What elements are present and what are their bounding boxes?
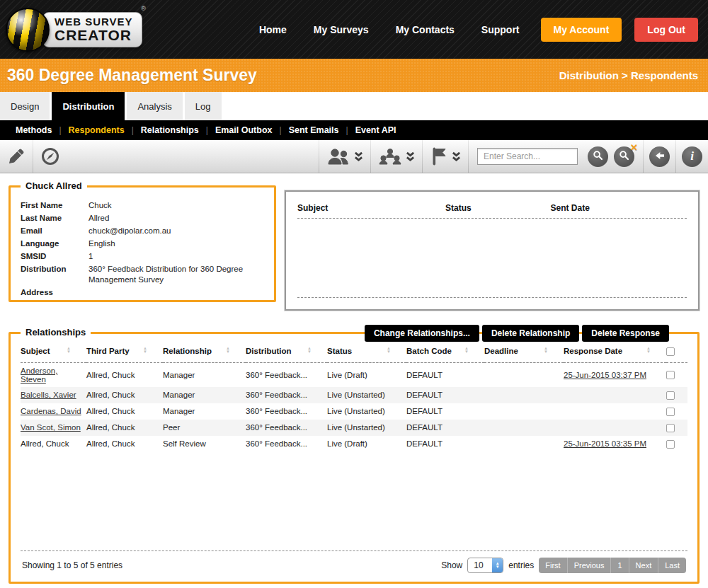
survey-tabbar: Design Distribution Analysis Log (0, 92, 708, 120)
response-date-link[interactable]: 25-Jun-2015 03:37 PM (564, 371, 646, 379)
page-title: 360 Degree Management Survey (7, 66, 257, 85)
back-arrow-icon (654, 150, 666, 163)
back-button[interactable] (649, 146, 670, 167)
subject-link[interactable]: Cardenas, David (21, 407, 81, 415)
third-party-cell: Allred, Chuck (86, 403, 163, 420)
subnav-methods[interactable]: Methods (8, 125, 59, 135)
select-all-checkbox[interactable] (666, 347, 675, 356)
sort-icon[interactable]: ▲▼ (464, 347, 469, 354)
nav-support[interactable]: Support (481, 24, 520, 35)
search-input[interactable] (477, 148, 578, 165)
logo-line2: CREATOR (55, 28, 133, 42)
sort-icon[interactable]: ▲▼ (544, 347, 548, 354)
third-party-cell: Allred, Chuck (86, 362, 163, 387)
col-header-deadline[interactable]: Deadline▲▼ (484, 344, 564, 362)
relationships-table: Subject▲▼ Third Party▲▼ Relationship▲▼ D… (21, 344, 687, 452)
distribution-cell: 360° Feedback... (246, 420, 327, 436)
row-checkbox[interactable] (666, 371, 675, 379)
pagination-page-1[interactable]: 1 (611, 558, 629, 573)
respondent-groups-button[interactable] (319, 140, 370, 173)
relationship-cell: Self Review (163, 436, 246, 452)
subnav-sent-emails[interactable]: Sent Emails (282, 125, 346, 135)
pagination-first[interactable]: First (539, 558, 567, 573)
tab-distribution[interactable]: Distribution (52, 92, 125, 120)
tab-design[interactable]: Design (0, 92, 50, 120)
subnav-event-api[interactable]: Event API (348, 125, 404, 135)
subject-link[interactable]: Van Scot, Simon (21, 423, 81, 432)
app-logo[interactable]: WEB SURVEY CREATOR ® (6, 2, 147, 57)
row-checkbox[interactable] (666, 391, 675, 400)
nav-home[interactable]: Home (259, 24, 287, 35)
chevron-down-icon (452, 151, 461, 162)
row-checkbox[interactable] (666, 424, 675, 432)
toolbar-divider (643, 140, 644, 173)
entries-label: entries (508, 560, 534, 570)
delete-response-button[interactable]: Delete Response (582, 325, 669, 342)
status-cell: Live (Unstarted) (327, 403, 406, 420)
subject-link[interactable]: Balcells, Xavier (21, 391, 76, 399)
distribution-cell: 360° Feedback... (246, 362, 327, 387)
edit-button[interactable] (0, 140, 33, 173)
col-header-third-party[interactable]: Third Party▲▼ (86, 344, 163, 362)
show-label: Show (441, 560, 462, 570)
subnav-relationships[interactable]: Relationships (134, 125, 206, 135)
sort-icon[interactable]: ▲▼ (646, 347, 651, 354)
deadline-cell (484, 420, 564, 436)
col-header-relationship[interactable]: Relationship▲▼ (163, 344, 246, 362)
col-header-response-date[interactable]: Response Date▲▼ (564, 344, 666, 362)
subject-link[interactable]: Anderson, Steven (21, 367, 57, 384)
col-header-batch-code[interactable]: Batch Code▲▼ (406, 344, 484, 362)
breadcrumb: Distribution > Respondents (559, 69, 698, 81)
logo-sphere-icon (6, 8, 50, 52)
field-last-name: Last Name Allred (21, 213, 267, 224)
pagination-last[interactable]: Last (658, 558, 686, 573)
relationship-cell: Peer (163, 420, 246, 436)
row-checkbox[interactable] (666, 408, 675, 416)
info-button[interactable]: i (682, 146, 702, 167)
distribution-subnav: Methods| Respondents| Relationships| Ema… (0, 120, 708, 140)
sort-icon[interactable]: ▲▼ (226, 347, 230, 354)
batch-code-cell: DEFAULT (406, 420, 484, 436)
page-size-select[interactable]: 10 ▲▼ (467, 558, 503, 573)
pagination-previous[interactable]: Previous (568, 558, 612, 573)
row-checkbox[interactable] (666, 440, 675, 449)
response-date-cell (564, 420, 666, 436)
relationship-cell: Manager (163, 387, 246, 403)
registered-mark: ® (141, 5, 146, 12)
third-party-cell: Allred, Chuck (86, 387, 163, 403)
response-date-link[interactable]: 25-Jun-2015 03:35 PM (564, 439, 646, 448)
sort-icon[interactable]: ▲▼ (143, 347, 147, 354)
status-cell: Live (Unstarted) (327, 420, 406, 436)
batch-code-cell: DEFAULT (406, 403, 484, 420)
search-button[interactable] (588, 146, 608, 167)
tab-log[interactable]: Log (185, 92, 222, 120)
clear-search-button[interactable]: ✕ (614, 146, 634, 167)
sort-icon[interactable]: ▲▼ (67, 347, 71, 354)
info-icon: i (690, 149, 694, 163)
delete-relationship-button[interactable]: Delete Relationship (482, 325, 579, 342)
col-header-subject[interactable]: Subject▲▼ (21, 344, 86, 362)
subnav-email-outbox[interactable]: Email Outbox (208, 125, 280, 135)
change-relationships-button[interactable]: Change Relationships... (365, 325, 479, 342)
nav-my-surveys[interactable]: My Surveys (314, 24, 369, 35)
sort-icon[interactable]: ▲▼ (307, 347, 312, 354)
navigate-button[interactable] (33, 140, 67, 173)
status-cell: Live (Draft) (327, 436, 406, 452)
response-date-cell (564, 403, 666, 420)
sort-icon[interactable]: ▲▼ (387, 347, 391, 354)
log-out-button[interactable]: Log Out (634, 18, 698, 42)
nav-my-contacts[interactable]: My Contacts (396, 24, 455, 35)
col-header-status[interactable]: Status▲▼ (327, 344, 406, 362)
survey-banner: 360 Degree Management Survey Distributio… (0, 59, 708, 92)
pagination-next[interactable]: Next (629, 558, 659, 573)
response-date-cell (564, 387, 666, 403)
relationships-button[interactable] (371, 140, 422, 173)
status-flag-button[interactable] (423, 140, 468, 173)
my-account-button[interactable]: My Account (541, 18, 622, 42)
table-footer-controls: Show 10 ▲▼ entries First Previous 1 Next… (441, 558, 686, 573)
relationship-cell: Manager (163, 403, 246, 420)
tab-analysis[interactable]: Analysis (127, 92, 182, 120)
table-footer: Showing 1 to 5 of 5 entries Show 10 ▲▼ e… (21, 550, 687, 573)
subnav-respondents[interactable]: Respondents (62, 125, 132, 135)
col-header-distribution[interactable]: Distribution▲▼ (246, 344, 327, 362)
